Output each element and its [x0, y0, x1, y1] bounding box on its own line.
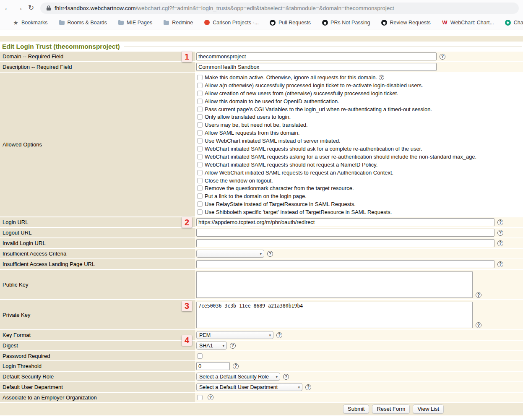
help-icon[interactable] [476, 292, 481, 298]
bookmark-item-rooms-boards[interactable]: Rooms & Boards [59, 19, 107, 26]
bookmark-item-carlson-projects[interactable]: Carlson Projects -... [204, 19, 259, 26]
digest-select[interactable]: SHA1 ▾ [196, 342, 227, 350]
help-icon[interactable] [379, 75, 384, 80]
checkbox[interactable] [197, 193, 203, 199]
default-user-department-select[interactable]: Select a Default User Department ▾ [196, 383, 302, 391]
logout-url-input[interactable] [196, 229, 494, 237]
insufficient-access-landing-input[interactable] [196, 260, 494, 268]
field-label: Public Key [0, 270, 195, 299]
form-row-private-key: Private Key 7ce50036-3c3b-11ee-8689-a21a… [0, 300, 523, 329]
form-row-default-user-department: Default User Department Select a Default… [0, 382, 523, 392]
checkbox[interactable] [197, 201, 203, 207]
checkbox[interactable] [197, 170, 203, 175]
checkbox[interactable] [197, 114, 203, 120]
option-label: WebChart initiated SAML requests should … [205, 162, 377, 168]
domain-input[interactable] [196, 52, 437, 60]
bookmark-label: Redmine [172, 20, 193, 26]
forward-icon[interactable]: → [13, 0, 25, 16]
bookmark-item-pull-requests[interactable]: Pull Requests [270, 19, 311, 26]
allowed-options-list: Make this domain active. Otherwise, igno… [195, 73, 523, 217]
invalid-login-url-input[interactable] [196, 239, 494, 247]
bookmark-label: Review Requests [390, 20, 431, 26]
bookmark-item-review-requests[interactable]: Review Requests [381, 19, 431, 26]
checkbox[interactable] [197, 130, 203, 136]
help-icon[interactable] [497, 240, 503, 246]
checkbox[interactable] [197, 178, 203, 183]
bookmark-item-bookmarks[interactable]: ★ Bookmarks [13, 19, 48, 26]
form-row-insufficient-access-criteria: Insufficient Access Criteria ▾ [0, 249, 523, 258]
help-icon[interactable] [233, 363, 239, 369]
option-label: Allow this domain to be used for OpenID … [205, 98, 339, 104]
option-row: Only allow translated users to login. [196, 113, 523, 121]
checkbox[interactable] [197, 122, 203, 128]
submit-button[interactable]: Submit [343, 404, 369, 414]
github-icon [322, 20, 328, 26]
default-security-role-select[interactable]: Select a Default Security Role ▾ [196, 373, 280, 381]
chevron-down-icon: ▾ [260, 252, 262, 256]
field-label: Allowed Options [0, 73, 195, 217]
checkbox[interactable] [197, 75, 203, 80]
field-label: Logout URL [0, 228, 195, 237]
option-label: Pass current page's CGI Variables to the… [205, 106, 432, 112]
checkbox[interactable] [197, 83, 203, 88]
form-row-invalid-login-url: Invalid Login URL [0, 238, 523, 248]
option-label: Close the window on logout. [205, 177, 273, 184]
reset-form-button[interactable]: Reset Form [372, 404, 410, 414]
select-value: Select a Default Security Role [199, 374, 273, 380]
option-row: WebChart initiated SAML requests should … [196, 161, 523, 169]
help-icon[interactable] [283, 374, 289, 380]
reload-icon[interactable]: ↻ [25, 0, 37, 16]
view-list-button[interactable]: View List [413, 404, 444, 414]
option-row: Allow this domain to be used for OpenID … [196, 97, 523, 105]
select-value: SHA1 [199, 343, 220, 349]
checkbox[interactable] [197, 107, 203, 112]
checkbox[interactable] [197, 154, 203, 159]
bookmark-item-mie-pages[interactable]: MIE Pages [118, 19, 152, 26]
option-label: Use RelayState instead of TargetResource… [205, 201, 356, 207]
chevron-down-icon: ▾ [276, 375, 278, 379]
insufficient-access-criteria-select[interactable]: ▾ [196, 250, 264, 258]
help-icon[interactable] [267, 251, 273, 257]
github-icon [381, 20, 387, 26]
key-format-select[interactable]: PEM ▾ [196, 331, 273, 339]
checkbox[interactable] [197, 146, 203, 151]
login-threshold-input[interactable] [196, 362, 230, 370]
bookmark-item-webchart-chart[interactable]: W WebChart: Chart... [442, 19, 494, 26]
field-label: Insufficient Access Landing Page URL [0, 259, 195, 269]
help-icon[interactable] [497, 261, 503, 267]
help-icon[interactable] [476, 322, 481, 328]
login-url-input[interactable] [196, 218, 494, 226]
bookmark-item-chatgpt[interactable]: ChatGPT [505, 19, 523, 26]
option-label: Allow SAML requests from this domain. [205, 130, 299, 136]
bookmark-item-prs-not-passing[interactable]: PRs Not Passing [322, 19, 370, 26]
option-label: Allow WebChart initiated SAML requests t… [205, 170, 393, 176]
help-icon[interactable] [276, 332, 282, 338]
private-key-textarea[interactable]: 7ce50036-3c3b-11ee-8689-a21a380b19b4 [196, 302, 473, 328]
checkbox[interactable] [197, 209, 203, 215]
checkbox[interactable] [197, 91, 203, 96]
checkbox[interactable] [197, 162, 203, 167]
help-icon[interactable] [230, 343, 236, 349]
help-icon[interactable] [497, 219, 503, 225]
checkbox[interactable] [197, 185, 203, 191]
help-icon[interactable] [440, 54, 445, 60]
help-icon[interactable] [497, 230, 503, 236]
form-row-password-required: Password Required [0, 351, 523, 360]
annotation-2: 2 [182, 217, 192, 227]
field-label: Associate to an Employer Organization [0, 393, 195, 402]
checkbox[interactable] [197, 138, 203, 143]
checkbox[interactable] [197, 99, 203, 104]
description-input[interactable] [196, 63, 437, 71]
address-bar[interactable]: fhirr4sandbox.webchartnow.com/webchart.c… [40, 3, 519, 14]
option-row: Use Shibboleth specific 'target' instead… [196, 208, 523, 216]
public-key-textarea[interactable] [196, 271, 473, 298]
help-icon[interactable] [305, 384, 311, 390]
header-band [0, 36, 523, 42]
help-icon[interactable] [208, 394, 213, 400]
employer-organization-checkbox[interactable] [197, 395, 203, 400]
lock-icon [46, 5, 51, 11]
back-icon[interactable]: ← [2, 0, 13, 16]
form-row-allowed-options: Allowed Options Make this domain active.… [0, 73, 523, 217]
password-required-checkbox[interactable] [197, 353, 203, 359]
bookmark-item-redmine[interactable]: Redmine [163, 19, 193, 26]
